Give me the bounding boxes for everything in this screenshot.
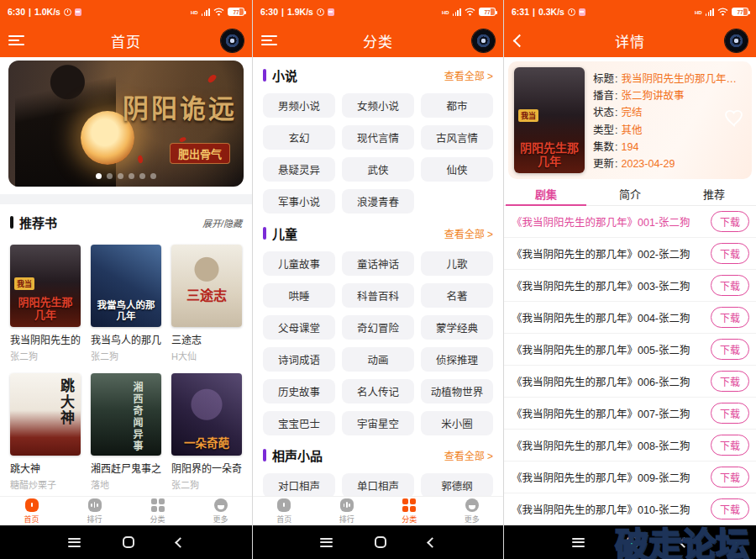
category-tag-button[interactable]: 浪漫青春 [342, 189, 414, 214]
category-tag-button[interactable]: 悬疑灵异 [263, 157, 335, 182]
download-button[interactable]: 下载 [711, 243, 749, 264]
category-tag-button[interactable]: 童话神话 [342, 251, 414, 276]
view-all-link[interactable]: 查看全部 > [444, 68, 493, 82]
android-back-icon[interactable] [175, 537, 186, 548]
category-tag-button[interactable]: 儿童故事 [263, 251, 335, 276]
episode-row[interactable]: 《我当阴阳先生的那几年》006-张二狗下载 [504, 366, 756, 398]
category-tag-button[interactable]: 蒙学经典 [421, 315, 493, 340]
category-tag-button[interactable]: 男频小说 [263, 93, 335, 118]
book-item[interactable]: 三途志三途志H大仙 [171, 245, 242, 362]
expand-collapse-link[interactable]: 展开/隐藏 [202, 216, 242, 229]
carousel-dot[interactable] [129, 173, 134, 179]
category-tag-button[interactable]: 诗词成语 [263, 347, 335, 372]
download-button[interactable]: 下载 [711, 211, 749, 232]
episode-row[interactable]: 《我当阴阳先生的那几年》009-张二狗下载 [504, 461, 756, 493]
download-button[interactable]: 下载 [711, 307, 749, 328]
banner-carousel[interactable]: 阴阳诡远 肥出骨气 [8, 61, 244, 187]
recents-icon[interactable] [320, 538, 333, 547]
episode-row[interactable]: 《我当阴阳先生的那几年》008-张二狗下载 [504, 430, 756, 461]
carousel-dot[interactable] [107, 173, 113, 179]
category-tag-button[interactable]: 米小圈 [421, 411, 493, 435]
category-tag-button[interactable]: 儿歌 [421, 251, 493, 276]
tab-more[interactable]: 更多 [441, 497, 504, 525]
tab-home[interactable]: 首页 [253, 497, 316, 525]
category-tag-button[interactable]: 女频小说 [342, 93, 414, 118]
download-button[interactable]: 下载 [711, 498, 749, 519]
download-button[interactable]: 下载 [711, 435, 749, 456]
recents-icon[interactable] [68, 538, 81, 547]
category-tag-button[interactable]: 奇幻冒险 [342, 315, 414, 340]
episode-row[interactable]: 《我当阴阳先生的那几年》007-张二狗下载 [504, 398, 756, 430]
book-item[interactable]: 一朵奇葩阴阳界的一朵奇葩张二狗 [171, 373, 242, 491]
category-tag-button[interactable]: 郭德纲 [421, 473, 493, 496]
download-button[interactable]: 下载 [711, 339, 749, 360]
episode-row[interactable]: 《我当阴阳先生的那几年》004-张二狗下载 [504, 302, 756, 334]
episode-row[interactable]: 《我当阴阳先生的那几年》010-张二狗下载 [504, 493, 756, 525]
android-home-icon[interactable] [123, 536, 134, 548]
category-section-header: 儿童查看全部 > [253, 215, 503, 245]
episode-row[interactable]: 《我当阴阳先生的那几年》002-张二狗下载 [504, 238, 756, 270]
view-all-link[interactable]: 查看全部 > [444, 448, 493, 462]
book-item[interactable]: 我当阴阳先生那几年我当阴阳先生的...张二狗 [10, 245, 81, 362]
category-tag-button[interactable]: 父母课堂 [263, 315, 335, 340]
category-tag-button[interactable]: 宝宝巴士 [263, 411, 335, 435]
player-disc-icon[interactable] [725, 29, 748, 52]
section-title: 儿童 [272, 224, 297, 242]
bottom-tab-bar: 首页排行分类更多 [253, 496, 503, 525]
tab-more[interactable]: 更多 [189, 497, 252, 525]
tab-grid[interactable]: 分类 [126, 497, 189, 525]
episode-row[interactable]: 《我当阴阳先生的那几年》001-张二狗下载 [504, 206, 756, 238]
android-back-icon[interactable] [427, 537, 438, 548]
view-all-link[interactable]: 查看全部 > [444, 226, 493, 240]
tab-rank[interactable]: 排行 [316, 497, 379, 525]
category-tag-button[interactable]: 哄睡 [263, 283, 335, 308]
category-tag-button[interactable]: 科普百科 [342, 283, 414, 308]
download-button[interactable]: 下载 [711, 371, 749, 392]
download-button[interactable]: 下载 [711, 275, 749, 296]
category-tag-button[interactable]: 动画 [342, 347, 414, 372]
tab-grid[interactable]: 分类 [378, 497, 441, 525]
category-tag-button[interactable]: 仙侠 [421, 157, 493, 182]
favorite-heart-icon[interactable] [724, 108, 744, 127]
book-item[interactable]: 我當鸟人的那几年我当鸟人的那几年张二狗 [91, 245, 161, 362]
category-tag-button[interactable]: 侦探推理 [421, 347, 493, 372]
download-button[interactable]: 下载 [711, 403, 749, 424]
tab-推荐[interactable]: 推荐 [672, 182, 756, 205]
category-tag-button[interactable]: 历史故事 [263, 379, 335, 403]
category-tag-button[interactable]: 玄幻 [263, 125, 335, 150]
status-time: 6:31 [512, 7, 529, 17]
tag-grid: 对口相声单口相声郭德纲 [253, 467, 503, 496]
episode-row[interactable]: 《我当阴阳先生的那几年》005-张二狗下载 [504, 334, 756, 366]
tab-剧集[interactable]: 剧集 [504, 182, 588, 205]
episode-row[interactable]: 《我当阴阳先生的那几年》003-张二狗下载 [504, 270, 756, 302]
book-item[interactable]: 湘西奇闻异事湘西赶尸鬼事之...落地 [91, 373, 161, 491]
menu-icon[interactable] [261, 35, 278, 46]
category-tag-button[interactable]: 武侠 [342, 157, 414, 182]
tab-简介[interactable]: 简介 [588, 182, 672, 205]
tab-rank[interactable]: 排行 [63, 497, 126, 525]
category-tag-button[interactable]: 宇宙星空 [342, 411, 414, 435]
android-home-icon[interactable] [375, 536, 386, 548]
carousel-dot[interactable] [139, 173, 145, 179]
book-item[interactable]: 跳大神跳大神糖醋炒栗子 [10, 373, 81, 491]
tab-home[interactable]: 首页 [0, 497, 63, 525]
category-tag-button[interactable]: 都市 [421, 93, 493, 118]
player-disc-icon[interactable] [472, 29, 495, 52]
menu-icon[interactable] [8, 35, 25, 46]
carousel-dot[interactable] [150, 173, 156, 179]
category-tag-button[interactable]: 对口相声 [263, 473, 335, 496]
category-tag-button[interactable]: 军事小说 [263, 189, 335, 214]
category-tag-button[interactable]: 单口相声 [342, 473, 414, 496]
category-tag-button[interactable]: 古风言情 [421, 125, 493, 150]
category-tag-button[interactable]: 动植物世界 [421, 379, 493, 403]
recents-icon[interactable] [572, 538, 585, 547]
carousel-dot[interactable] [118, 173, 123, 179]
player-disc-icon[interactable] [221, 29, 244, 52]
book-cover-title: 阴阳先生那几年 [517, 141, 581, 168]
category-tag-button[interactable]: 名人传记 [342, 379, 414, 403]
carousel-dot[interactable] [96, 173, 102, 179]
category-tag-button[interactable]: 现代言情 [342, 125, 414, 150]
category-tag-button[interactable]: 名著 [421, 283, 493, 308]
episode-title: 《我当阴阳先生的那几年》010-张二狗 [512, 501, 711, 517]
download-button[interactable]: 下载 [711, 467, 749, 488]
